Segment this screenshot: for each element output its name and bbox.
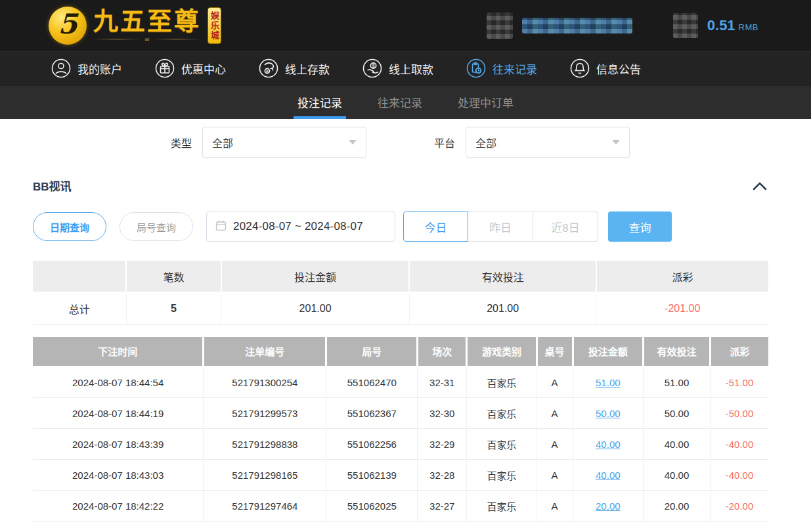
cell-valid: 20.00	[644, 491, 711, 521]
header-table-no: 桌号	[537, 337, 573, 367]
nav-item-promotions[interactable]: 优惠中心	[155, 58, 226, 78]
cell-link: 20.00	[573, 491, 644, 521]
wallet-icon[interactable]	[673, 13, 698, 38]
chevron-down-icon	[349, 140, 357, 144]
bet-amount-link[interactable]: 51.00	[596, 377, 621, 388]
summary-valid-bet: 201.00	[409, 292, 596, 324]
tab-pending-orders[interactable]: 处理中订单	[455, 85, 516, 119]
date-range-input[interactable]: 2024-08-07 ~ 2024-08-07	[206, 211, 395, 242]
header-bet-time: 下注时间	[33, 337, 204, 367]
nav-item-online-deposit[interactable]: ¥ 线上存款	[259, 58, 330, 78]
table-row: 2024-08-07 18:44:54521791300254551062470…	[33, 367, 768, 398]
summary-header-count: 笔数	[126, 261, 221, 292]
records-icon	[466, 58, 486, 78]
bet-amount-link[interactable]: 40.00	[596, 470, 621, 481]
summary-total-row: 总计 5 201.00 201.00 -201.00	[33, 292, 768, 324]
summary-bet-amount: 201.00	[221, 292, 410, 324]
cell-payout: -40.00	[710, 429, 768, 460]
tab-transaction-records[interactable]: 往来记录	[375, 85, 425, 119]
bet-amount-link[interactable]: 50.00	[596, 408, 621, 419]
svg-text:¥: ¥	[265, 68, 269, 74]
nav-label: 优惠中心	[181, 60, 226, 77]
nav-item-my-account[interactable]: 我的账户	[51, 58, 122, 78]
username-censored	[522, 18, 632, 33]
type-select-value: 全部	[212, 135, 233, 150]
cell-table: A	[537, 429, 573, 460]
bet-records-table: 下注时间 注单编号 局号 场次 游戏类别 桌号 投注金额 有效投注 派彩 202…	[33, 337, 768, 522]
cell-session: 32-29	[418, 429, 467, 460]
table-header-row: 下注时间 注单编号 局号 场次 游戏类别 桌号 投注金额 有效投注 派彩	[33, 337, 768, 367]
quick-date-group: 今日 昨日 近8日	[403, 211, 598, 242]
cell-payout: -20.00	[710, 491, 768, 521]
today-button[interactable]: 今日	[403, 211, 468, 242]
header-order-id: 注单编号	[204, 337, 326, 367]
nav-item-announcements[interactable]: 信息公告	[570, 58, 641, 78]
logo-flourish-ornament: ∞	[93, 35, 201, 43]
bet-amount-link[interactable]: 20.00	[596, 500, 621, 512]
cell-round: 551062139	[326, 460, 418, 491]
round-query-button[interactable]: 局号查询	[120, 212, 193, 241]
summary-table: 笔数 投注金额 有效投注 派彩 总计 5 201.00 201.00 -201.…	[33, 261, 768, 325]
cell-time: 2024-08-07 18:43:03	[33, 460, 204, 491]
chevron-up-icon[interactable]	[752, 181, 768, 191]
table-row: 2024-08-07 18:42:22521791297464551062025…	[33, 491, 768, 521]
nav-item-transaction-records[interactable]: 往来记录	[466, 58, 537, 78]
platform-select[interactable]: 全部	[466, 127, 630, 158]
cell-valid: 40.00	[644, 460, 711, 491]
gift-icon	[155, 58, 175, 78]
bet-amount-link[interactable]: 40.00	[596, 439, 621, 450]
brand-name: 九五至尊	[93, 9, 201, 35]
cell-time: 2024-08-07 18:42:22	[33, 491, 204, 521]
platform-filter-label: 平台	[434, 135, 455, 150]
cell-valid: 50.00	[644, 398, 711, 429]
summary-header-valid: 有效投注	[409, 261, 596, 292]
header-game-type: 游戏类别	[467, 337, 537, 367]
cell-round: 551062256	[326, 429, 418, 460]
cell-table: A	[537, 491, 573, 521]
date-range-value: 2024-08-07 ~ 2024-08-07	[233, 220, 363, 233]
brand-badge: 娱乐城	[208, 7, 221, 44]
section-title: BB视讯	[33, 177, 72, 194]
summary-total-label: 总计	[33, 292, 126, 324]
cell-round: 551062025	[326, 491, 418, 521]
cell-game: 百家乐	[467, 429, 537, 460]
cell-link: 40.00	[573, 429, 644, 460]
table-row: 2024-08-07 18:43:39521791298838551062256…	[33, 429, 768, 460]
header-round-id: 局号	[326, 337, 418, 367]
svg-text:$: $	[372, 62, 375, 69]
cell-payout: -40.00	[710, 460, 768, 491]
cell-id: 521791298165	[204, 460, 326, 491]
cell-valid: 51.00	[644, 367, 711, 398]
cell-id: 521791299573	[204, 398, 326, 429]
balance-currency: RMB	[739, 22, 758, 32]
summary-header-payout: 派彩	[596, 261, 768, 292]
cell-game: 百家乐	[467, 398, 537, 429]
cell-time: 2024-08-07 18:43:39	[33, 429, 204, 460]
bell-icon	[570, 58, 590, 78]
balance-amount: 0.51	[707, 17, 735, 34]
yesterday-button[interactable]: 昨日	[468, 211, 533, 242]
cell-link: 51.00	[573, 367, 644, 398]
sub-tab-bar: 投注记录 往来记录 处理中订单	[0, 85, 811, 119]
header-valid-bet: 有效投注	[644, 337, 711, 367]
date-query-button[interactable]: 日期查询	[33, 212, 106, 241]
nav-label: 我的账户	[77, 60, 122, 77]
logo-circle-icon: 5	[49, 7, 87, 45]
cell-time: 2024-08-07 18:44:19	[33, 398, 204, 429]
nav-item-online-withdrawal[interactable]: $ 线上取款	[362, 58, 433, 78]
cell-payout: -51.00	[710, 367, 768, 398]
nav-label: 信息公告	[596, 60, 641, 77]
cell-session: 32-28	[418, 460, 467, 491]
last-8-days-button[interactable]: 近8日	[533, 211, 598, 242]
summary-header-bet: 投注金额	[221, 261, 410, 292]
type-select[interactable]: 全部	[202, 127, 366, 158]
tab-bet-records[interactable]: 投注记录	[295, 85, 345, 119]
cell-id: 521791298838	[204, 429, 326, 460]
section-header: BB视讯	[33, 177, 768, 194]
brand-logo[interactable]: 5 九五至尊 ∞ 娱乐城	[49, 7, 221, 45]
cell-session: 32-31	[418, 367, 467, 398]
search-button[interactable]: 查询	[608, 211, 672, 242]
user-avatar[interactable]	[487, 12, 513, 39]
type-filter-label: 类型	[171, 135, 192, 150]
summary-header-empty	[33, 261, 126, 292]
